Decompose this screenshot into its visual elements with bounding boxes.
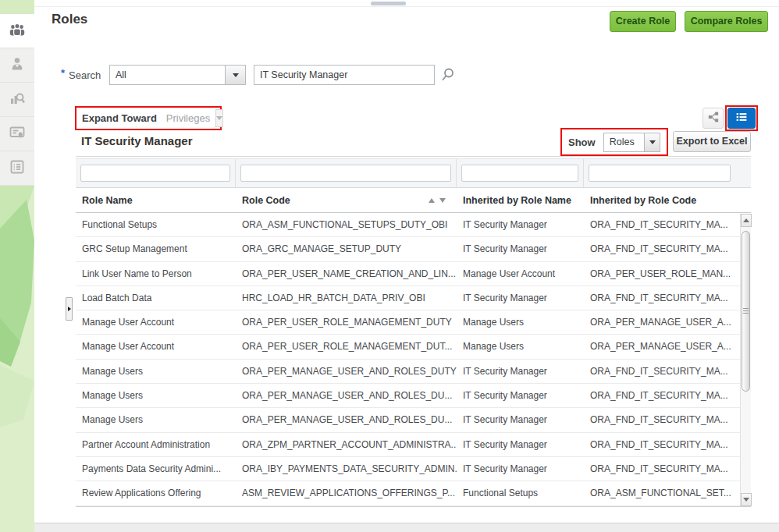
table-row[interactable]: Manage UsersORA_PER_MANAGE_USER_AND_ROLE… <box>76 360 751 384</box>
dropdown-arrow-button[interactable] <box>225 66 245 84</box>
sort-ascending-icon[interactable] <box>429 198 435 203</box>
section-title: IT Security Manager <box>81 134 193 147</box>
table-cell: ORA_ASM_FUNCTIONAL_SET... <box>584 481 740 505</box>
filter-input-inherited-by-role-code[interactable] <box>589 165 731 182</box>
filter-cell <box>584 159 751 187</box>
table-cell: ORA_GRC_MANAGE_SETUP_DUTY <box>236 237 457 261</box>
column-header-inherited-by-role-name[interactable]: Inherited by Role Name <box>457 195 584 206</box>
scrollbar-thumb[interactable] <box>742 231 750 392</box>
annotation-box-show: Show Roles <box>560 128 668 156</box>
table-cell: ORA_ASM_FUNCTIONAL_SETUPS_DUTY_OBI <box>236 213 457 236</box>
table-row[interactable]: Payments Data Security Admini...ORA_IBY_… <box>76 457 751 481</box>
splitter-handle[interactable] <box>66 297 73 321</box>
show-label: Show <box>568 137 596 148</box>
table-filter-row <box>76 158 751 188</box>
table-cell: ORA_PER_USER_ROLE_MANAGEMENT_DUTY <box>236 310 457 334</box>
dropdown-arrow-button[interactable] <box>644 133 660 151</box>
table-cell: ORA_ZPM_PARTNER_ACCOUNT_ADMINISTRA... <box>236 433 457 456</box>
required-marker: * <box>61 67 65 79</box>
expand-toward-label: Expand Toward <box>82 112 157 124</box>
table-cell: IT Security Manager <box>457 433 584 456</box>
search-category-value: All <box>110 69 225 80</box>
sort-controls <box>429 198 446 203</box>
table-row[interactable]: Manage User AccountORA_PER_USER_ROLE_MAN… <box>76 310 751 335</box>
create-role-button[interactable]: Create Role <box>610 11 676 32</box>
scroll-up-button[interactable] <box>741 214 752 227</box>
table-cell: ORA_PER_MANAGE_USER_AND_ROLES_DU... <box>236 408 457 431</box>
column-header-role-name[interactable]: Role Name <box>76 195 236 206</box>
scroll-down-button[interactable] <box>741 493 752 506</box>
graph-view-toggle-button[interactable] <box>703 108 724 129</box>
table-cell: GRC Setup Management <box>76 237 236 261</box>
compare-roles-button[interactable]: Compare Roles <box>685 11 768 32</box>
table-row[interactable]: Manage UsersORA_PER_MANAGE_USER_AND_ROLE… <box>76 384 751 408</box>
table-cell: ORA_FND_IT_SECURITY_MA... <box>584 408 740 431</box>
chevron-down-icon <box>216 116 222 120</box>
column-header-inherited-by-role-code[interactable]: Inherited by Role Code <box>584 195 751 206</box>
list-view-toggle-button[interactable] <box>727 108 756 129</box>
filter-input-role-name[interactable] <box>80 165 230 182</box>
section-divider <box>76 156 751 157</box>
show-value: Roles <box>604 137 644 147</box>
people-group-icon <box>8 20 27 41</box>
scroll-up-icon <box>743 218 749 222</box>
hierarchy-share-icon <box>706 110 720 126</box>
show-select[interactable]: Roles <box>603 133 660 152</box>
filter-input-role-code[interactable] <box>240 165 451 182</box>
table-cell: IT Security Manager <box>457 408 584 431</box>
panel-resize-handle[interactable] <box>371 2 406 5</box>
sidebar-item-roles[interactable] <box>0 14 34 48</box>
sidebar-decoration-top <box>0 0 34 14</box>
table-cell: IT Security Manager <box>457 286 584 310</box>
table-cell: Manage User Account <box>76 310 236 334</box>
table-row[interactable]: Review Applications OfferingASM_REVIEW_A… <box>76 481 751 505</box>
export-to-excel-button[interactable]: Export to Excel <box>673 131 751 152</box>
table-cell: ORA_PER_USER_ROLE_MANAGEMENT_DUT... <box>236 335 457 358</box>
filter-cell <box>457 159 584 187</box>
table-cell: Manage User Account <box>457 262 584 286</box>
chevron-down-icon <box>233 73 239 77</box>
table-cell: IT Security Manager <box>457 384 584 407</box>
sidebar-item-administration[interactable] <box>0 151 34 186</box>
top-divider <box>34 6 779 7</box>
filter-input-inherited-by-role-name[interactable] <box>461 165 578 182</box>
table-cell: ORA_PER_MANAGE_USER_AND_ROLES_DU... <box>236 384 457 407</box>
table-cell: Review Applications Offering <box>76 481 236 505</box>
table-cell: ORA_FND_IT_SECURITY_MA... <box>584 237 740 261</box>
table-cell: Payments Data Security Admini... <box>76 457 236 481</box>
table-cell: IT Security Manager <box>457 457 584 481</box>
table-row[interactable]: Partner Account AdministrationORA_ZPM_PA… <box>76 433 751 457</box>
search-label: Search <box>69 69 101 81</box>
sidebar-item-users[interactable] <box>0 48 34 83</box>
sidebar-item-analytics[interactable] <box>0 83 34 117</box>
column-header-role-code[interactable]: Role Code <box>236 195 457 206</box>
search-input[interactable] <box>254 65 435 85</box>
sort-descending-icon[interactable] <box>439 198 446 203</box>
search-icon[interactable] <box>440 67 455 84</box>
table-scrollbar[interactable] <box>740 214 751 506</box>
sidebar-item-certificates[interactable] <box>0 117 34 151</box>
table-cell: ORA_PER_MANAGE_USER_A... <box>584 335 740 358</box>
table-body: Functional SetupsORA_ASM_FUNCTIONAL_SETU… <box>76 213 751 506</box>
table-cell: HRC_LOAD_HR_BATCH_DATA_PRIV_OBI <box>236 286 457 310</box>
table-row[interactable]: Link User Name to PersonORA_PER_USER_NAM… <box>76 262 751 286</box>
table-cell: Manage Users <box>457 335 584 358</box>
table-cell: Manage Users <box>457 310 584 334</box>
scrollbar-grip-icon <box>743 308 749 314</box>
table-row[interactable]: GRC Setup ManagementORA_GRC_MANAGE_SETUP… <box>76 237 751 261</box>
search-category-select[interactable]: All <box>109 65 246 85</box>
table-row[interactable]: Functional SetupsORA_ASM_FUNCTIONAL_SETU… <box>76 213 751 237</box>
table-cell: Manage Users <box>76 384 236 407</box>
page-title: Roles <box>52 12 87 27</box>
table-cell: ORA_FND_IT_SECURITY_MA... <box>584 433 740 456</box>
table-cell: IT Security Manager <box>457 360 584 383</box>
column-header-label: Role Code <box>242 195 290 206</box>
table-row[interactable]: Manage UsersORA_PER_MANAGE_USER_AND_ROLE… <box>76 408 751 432</box>
table-cell: Functional Setups <box>457 481 584 505</box>
table-cell: ORA_IBY_PAYMENTS_DATA_SECURITY_ADMIN... <box>236 457 457 481</box>
annotation-box-list-view <box>725 105 758 131</box>
table-row[interactable]: Manage User AccountORA_PER_USER_ROLE_MAN… <box>76 335 751 359</box>
table-cell: ORA_FND_IT_SECURITY_MA... <box>584 213 740 236</box>
table-row[interactable]: Load Batch DataHRC_LOAD_HR_BATCH_DATA_PR… <box>76 286 751 310</box>
table-cell: ORA_PER_USER_ROLE_MAN... <box>584 262 740 286</box>
